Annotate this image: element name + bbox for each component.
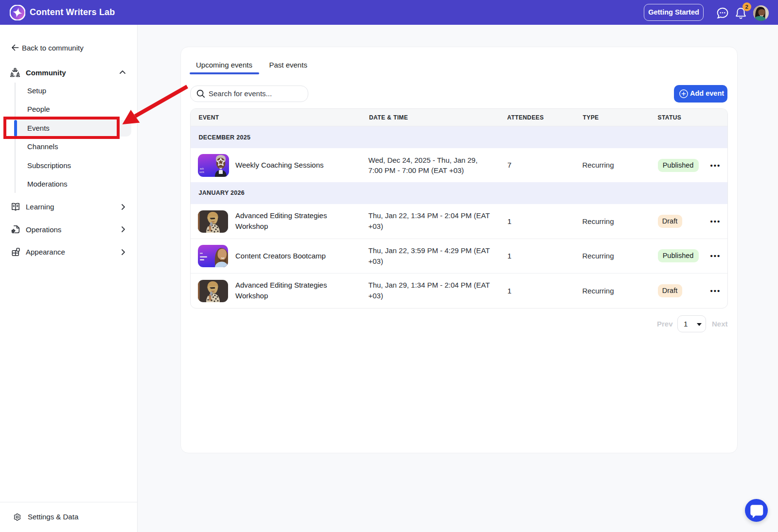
svg-text:ack: ack xyxy=(200,167,204,170)
svg-text:vork: vork xyxy=(199,171,204,173)
